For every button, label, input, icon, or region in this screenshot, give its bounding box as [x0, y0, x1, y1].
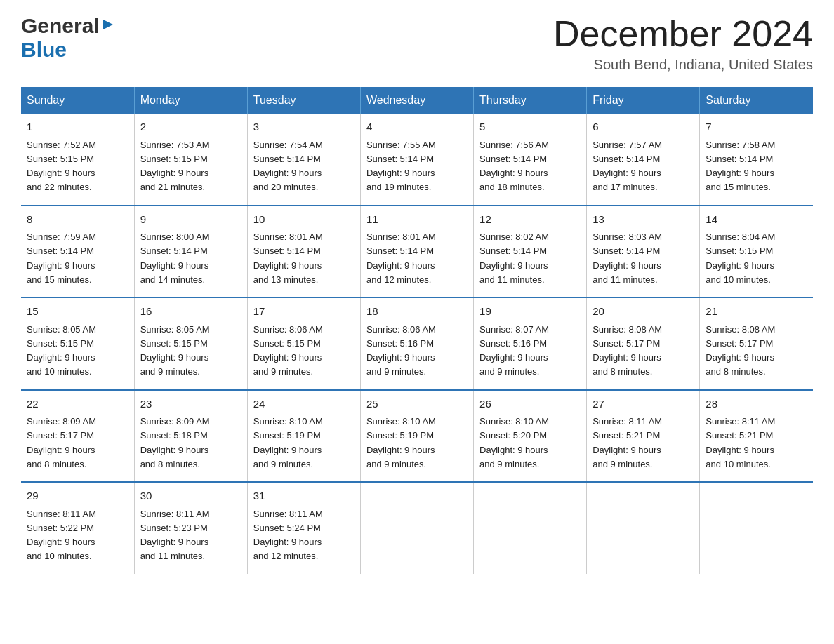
calendar-cell: 15 Sunrise: 8:05 AMSunset: 5:15 PMDaylig… [21, 297, 134, 390]
calendar-cell: 16 Sunrise: 8:05 AMSunset: 5:15 PMDaylig… [134, 297, 247, 390]
day-number: 28 [706, 396, 807, 412]
calendar-table: Sunday Monday Tuesday Wednesday Thursday… [21, 87, 813, 574]
day-number: 31 [253, 488, 355, 504]
day-number: 6 [593, 119, 694, 135]
day-info: Sunrise: 8:08 AMSunset: 5:17 PMDaylight:… [593, 324, 662, 377]
calendar-cell: 31 Sunrise: 8:11 AMSunset: 5:24 PMDaylig… [247, 482, 360, 574]
calendar-cell: 18 Sunrise: 8:06 AMSunset: 5:16 PMDaylig… [360, 297, 473, 390]
day-number: 12 [479, 212, 581, 228]
calendar-cell [360, 482, 473, 574]
day-number: 23 [140, 396, 241, 412]
day-info: Sunrise: 8:09 AMSunset: 5:18 PMDaylight:… [140, 416, 210, 469]
calendar-cell: 30 Sunrise: 8:11 AMSunset: 5:23 PMDaylig… [134, 482, 247, 574]
day-info: Sunrise: 7:52 AMSunset: 5:15 PMDaylight:… [27, 140, 96, 193]
day-info: Sunrise: 8:09 AMSunset: 5:17 PMDaylight:… [27, 416, 96, 469]
page-header: General Blue December 2024 South Bend, I… [21, 14, 813, 73]
day-info: Sunrise: 7:55 AMSunset: 5:14 PMDaylight:… [366, 140, 436, 193]
calendar-cell: 9 Sunrise: 8:00 AMSunset: 5:14 PMDayligh… [134, 206, 247, 298]
calendar-cell [700, 482, 813, 574]
logo: General Blue [21, 14, 114, 62]
calendar-cell: 14 Sunrise: 8:04 AMSunset: 5:15 PMDaylig… [700, 206, 813, 298]
location-text: South Bend, Indiana, United States [553, 57, 813, 73]
day-number: 15 [27, 304, 128, 320]
day-number: 22 [27, 396, 128, 412]
calendar-cell: 17 Sunrise: 8:06 AMSunset: 5:15 PMDaylig… [247, 297, 360, 390]
day-info: Sunrise: 8:01 AMSunset: 5:14 PMDaylight:… [366, 232, 436, 285]
day-info: Sunrise: 8:10 AMSunset: 5:19 PMDaylight:… [366, 416, 436, 469]
day-info: Sunrise: 7:59 AMSunset: 5:14 PMDaylight:… [27, 232, 96, 285]
col-saturday: Saturday [700, 87, 813, 114]
col-sunday: Sunday [21, 87, 134, 114]
day-number: 2 [140, 119, 241, 135]
calendar-cell [474, 482, 587, 574]
calendar-cell: 1 Sunrise: 7:52 AMSunset: 5:15 PMDayligh… [21, 114, 134, 206]
calendar-week-row-5: 29 Sunrise: 8:11 AMSunset: 5:22 PMDaylig… [21, 482, 813, 574]
calendar-cell: 19 Sunrise: 8:07 AMSunset: 5:16 PMDaylig… [474, 297, 587, 390]
calendar-cell: 11 Sunrise: 8:01 AMSunset: 5:14 PMDaylig… [360, 206, 473, 298]
day-number: 8 [27, 212, 128, 228]
day-number: 29 [27, 488, 128, 504]
day-number: 14 [706, 212, 807, 228]
calendar-cell: 4 Sunrise: 7:55 AMSunset: 5:14 PMDayligh… [360, 114, 473, 206]
calendar-cell: 24 Sunrise: 8:10 AMSunset: 5:19 PMDaylig… [247, 390, 360, 483]
calendar-week-row-1: 1 Sunrise: 7:52 AMSunset: 5:15 PMDayligh… [21, 114, 813, 206]
calendar-week-row-4: 22 Sunrise: 8:09 AMSunset: 5:17 PMDaylig… [21, 390, 813, 483]
calendar-cell: 5 Sunrise: 7:56 AMSunset: 5:14 PMDayligh… [474, 114, 587, 206]
day-info: Sunrise: 8:11 AMSunset: 5:23 PMDaylight:… [140, 509, 210, 562]
day-info: Sunrise: 7:57 AMSunset: 5:14 PMDaylight:… [593, 140, 662, 193]
day-number: 20 [593, 304, 694, 320]
calendar-cell: 3 Sunrise: 7:54 AMSunset: 5:14 PMDayligh… [247, 114, 360, 206]
day-number: 30 [140, 488, 241, 504]
day-info: Sunrise: 7:58 AMSunset: 5:14 PMDaylight:… [706, 140, 775, 193]
day-number: 7 [706, 119, 807, 135]
day-info: Sunrise: 8:10 AMSunset: 5:19 PMDaylight:… [253, 416, 323, 469]
col-wednesday: Wednesday [360, 87, 473, 114]
logo-blue-text: Blue [21, 38, 67, 62]
day-info: Sunrise: 7:53 AMSunset: 5:15 PMDaylight:… [140, 140, 210, 193]
day-number: 9 [140, 212, 241, 228]
calendar-cell: 13 Sunrise: 8:03 AMSunset: 5:14 PMDaylig… [587, 206, 700, 298]
month-title: December 2024 [553, 14, 813, 54]
calendar-cell: 25 Sunrise: 8:10 AMSunset: 5:19 PMDaylig… [360, 390, 473, 483]
day-info: Sunrise: 7:56 AMSunset: 5:14 PMDaylight:… [479, 140, 549, 193]
day-info: Sunrise: 7:54 AMSunset: 5:14 PMDaylight:… [253, 140, 323, 193]
calendar-cell: 28 Sunrise: 8:11 AMSunset: 5:21 PMDaylig… [700, 390, 813, 483]
calendar-cell: 22 Sunrise: 8:09 AMSunset: 5:17 PMDaylig… [21, 390, 134, 483]
day-number: 21 [706, 304, 807, 320]
day-number: 11 [366, 212, 468, 228]
day-info: Sunrise: 8:11 AMSunset: 5:22 PMDaylight:… [27, 509, 96, 562]
day-number: 24 [253, 396, 355, 412]
day-info: Sunrise: 8:00 AMSunset: 5:14 PMDaylight:… [140, 232, 210, 285]
svg-marker-0 [103, 20, 113, 29]
calendar-cell: 10 Sunrise: 8:01 AMSunset: 5:14 PMDaylig… [247, 206, 360, 298]
day-number: 26 [479, 396, 581, 412]
calendar-cell: 7 Sunrise: 7:58 AMSunset: 5:14 PMDayligh… [700, 114, 813, 206]
calendar-cell [587, 482, 700, 574]
day-number: 4 [366, 119, 468, 135]
day-number: 5 [479, 119, 581, 135]
day-number: 27 [593, 396, 694, 412]
day-info: Sunrise: 8:07 AMSunset: 5:16 PMDaylight:… [479, 324, 549, 377]
day-info: Sunrise: 8:04 AMSunset: 5:15 PMDaylight:… [706, 232, 775, 285]
day-info: Sunrise: 8:11 AMSunset: 5:21 PMDaylight:… [706, 416, 775, 469]
day-number: 13 [593, 212, 694, 228]
col-monday: Monday [134, 87, 247, 114]
day-info: Sunrise: 8:03 AMSunset: 5:14 PMDaylight:… [593, 232, 662, 285]
logo-chevron-icon [102, 18, 114, 34]
day-info: Sunrise: 8:01 AMSunset: 5:14 PMDaylight:… [253, 232, 323, 285]
calendar-cell: 23 Sunrise: 8:09 AMSunset: 5:18 PMDaylig… [134, 390, 247, 483]
calendar-cell: 26 Sunrise: 8:10 AMSunset: 5:20 PMDaylig… [474, 390, 587, 483]
day-info: Sunrise: 8:05 AMSunset: 5:15 PMDaylight:… [140, 324, 210, 377]
calendar-cell: 29 Sunrise: 8:11 AMSunset: 5:22 PMDaylig… [21, 482, 134, 574]
day-number: 10 [253, 212, 355, 228]
col-thursday: Thursday [474, 87, 587, 114]
day-number: 16 [140, 304, 241, 320]
day-number: 19 [479, 304, 581, 320]
day-info: Sunrise: 8:11 AMSunset: 5:24 PMDaylight:… [253, 509, 323, 562]
day-number: 3 [253, 119, 355, 135]
day-info: Sunrise: 8:11 AMSunset: 5:21 PMDaylight:… [593, 416, 662, 469]
calendar-cell: 6 Sunrise: 7:57 AMSunset: 5:14 PMDayligh… [587, 114, 700, 206]
calendar-header-row: Sunday Monday Tuesday Wednesday Thursday… [21, 87, 813, 114]
calendar-cell: 27 Sunrise: 8:11 AMSunset: 5:21 PMDaylig… [587, 390, 700, 483]
day-number: 25 [366, 396, 468, 412]
